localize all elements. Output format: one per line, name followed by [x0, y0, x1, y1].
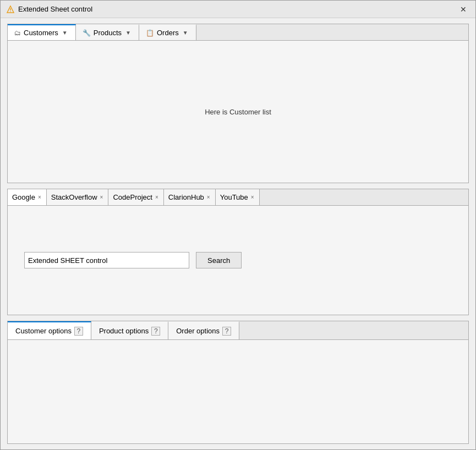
tab-customers-label: Customers — [24, 29, 58, 37]
orders-dropdown-icon[interactable]: ▼ — [182, 30, 189, 36]
top-tab-bar: 🗂 Customers ▼ 🔧 Products ▼ 📋 Orders ▼ — [8, 24, 468, 41]
browser-tab-codeproject[interactable]: CodeProject × — [108, 189, 163, 205]
section-1: 🗂 Customers ▼ 🔧 Products ▼ 📋 Orders ▼ He… — [7, 24, 469, 183]
products-dropdown-icon[interactable]: ▼ — [124, 30, 132, 36]
section-3: Customer options ? Product options ? Ord… — [7, 321, 469, 444]
section-1-content: Here is Customer list — [8, 41, 468, 183]
browser-tab-stackoverflow-label: StackOverflow — [51, 193, 97, 201]
browser-tab-google-label: Google — [12, 193, 35, 201]
tab-products-label: Products — [94, 29, 122, 37]
tab-orders[interactable]: 📋 Orders ▼ — [139, 24, 196, 40]
search-button[interactable]: Search — [196, 252, 242, 268]
browser-tab-clarionhub-label: ClarionHub — [168, 193, 204, 201]
tab-order-options-label: Order options — [176, 327, 220, 335]
browser-tab-youtube-label: YouTube — [220, 193, 248, 201]
browser-tab-stackoverflow-close[interactable]: × — [100, 194, 104, 200]
customer-options-help[interactable]: ? — [74, 327, 83, 336]
tab-product-options[interactable]: Product options ? — [91, 321, 168, 339]
window-content: 🗂 Customers ▼ 🔧 Products ▼ 📋 Orders ▼ He… — [1, 18, 475, 449]
product-options-help[interactable]: ? — [151, 327, 160, 336]
customers-icon: 🗂 — [14, 29, 21, 37]
browser-tab-clarionhub[interactable]: ClarionHub × — [164, 189, 216, 205]
browser-tab-stackoverflow[interactable]: StackOverflow × — [47, 189, 109, 205]
browser-tab-google[interactable]: Google × — [8, 189, 47, 205]
svg-point-2 — [10, 11, 11, 12]
section-2-content: Search — [8, 206, 468, 315]
close-button[interactable]: ✕ — [457, 3, 470, 16]
browser-tab-bar: Google × StackOverflow × CodeProject × C… — [8, 189, 468, 206]
tab-products[interactable]: 🔧 Products ▼ — [76, 24, 139, 40]
browser-tab-youtube-close[interactable]: × — [250, 194, 255, 200]
tab-customer-options[interactable]: Customer options ? — [8, 321, 91, 339]
tab-customer-options-label: Customer options — [15, 327, 72, 335]
orders-icon: 📋 — [146, 29, 154, 37]
title-bar: Extended Sheet control ✕ — [1, 1, 475, 18]
order-options-help[interactable]: ? — [222, 327, 231, 336]
browser-tab-codeproject-close[interactable]: × — [155, 194, 159, 200]
tab-customers[interactable]: 🗂 Customers ▼ — [8, 24, 76, 40]
section-3-content — [8, 340, 468, 443]
tab-orders-label: Orders — [157, 29, 179, 37]
browser-tab-google-close[interactable]: × — [37, 194, 42, 200]
search-input[interactable] — [24, 252, 189, 268]
browser-tab-clarionhub-close[interactable]: × — [206, 194, 211, 200]
products-icon: 🔧 — [83, 29, 91, 37]
section-2: Google × StackOverflow × CodeProject × C… — [7, 189, 469, 315]
browser-tab-codeproject-label: CodeProject — [113, 193, 152, 201]
title-bar-left: Extended Sheet control — [6, 5, 92, 14]
options-tab-bar: Customer options ? Product options ? Ord… — [8, 321, 468, 340]
tab-product-options-label: Product options — [99, 327, 149, 335]
tab-order-options[interactable]: Order options ? — [168, 321, 239, 339]
window-title: Extended Sheet control — [18, 5, 92, 13]
customer-list-text: Here is Customer list — [205, 108, 271, 116]
customers-dropdown-icon[interactable]: ▼ — [61, 30, 69, 36]
main-window: Extended Sheet control ✕ 🗂 Customers ▼ 🔧… — [0, 0, 476, 450]
app-icon — [6, 5, 15, 14]
browser-tab-youtube[interactable]: YouTube × — [216, 189, 260, 205]
